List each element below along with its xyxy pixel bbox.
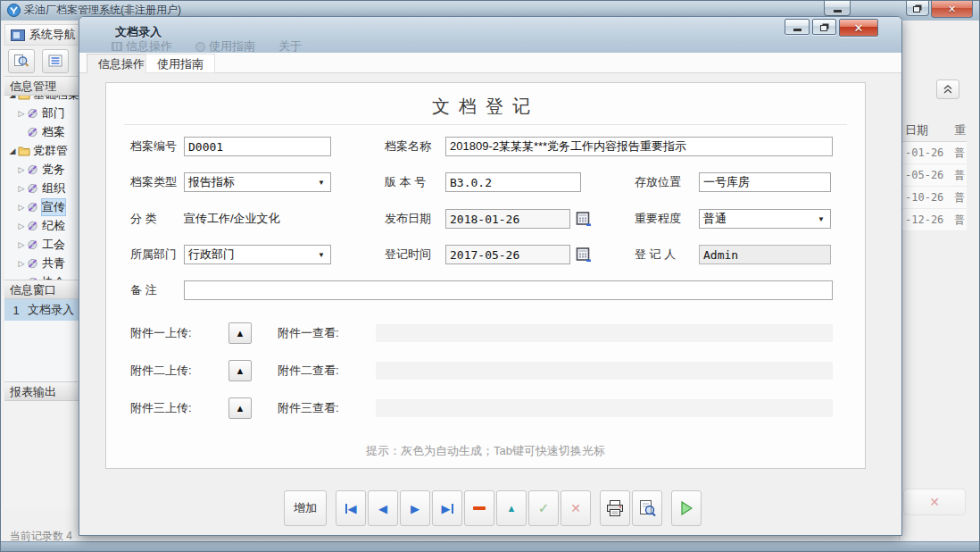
section-report-output[interactable]: 报表输出 <box>4 381 79 401</box>
close-icon: ✕ <box>854 21 864 35</box>
expand-arrow-icon[interactable]: ▷ <box>16 259 27 268</box>
attachment2-view-area[interactable] <box>376 362 833 380</box>
tree-item-party-group[interactable]: ◢ 党群管 <box>4 141 79 160</box>
first-record-button[interactable]: ◀ <box>336 490 366 526</box>
tree-item-dept[interactable]: ▷ 部门 <box>4 104 79 122</box>
table-row[interactable]: -05-26 普 <box>900 164 967 187</box>
search-button[interactable] <box>8 49 35 73</box>
attachment1-view-area[interactable] <box>376 324 833 342</box>
expand-arrow-icon[interactable]: ▷ <box>16 109 27 118</box>
tree-item-party-affairs[interactable]: ▷ 党务 <box>4 160 79 179</box>
attachment3-upload-button[interactable]: ▲ <box>228 397 252 419</box>
table-row[interactable]: -12-26 普 <box>900 209 967 231</box>
label-attachment1-upload: 附件一上传: <box>130 322 192 344</box>
main-minimize-button[interactable] <box>824 1 851 16</box>
system-nav-header[interactable]: 系统导航 <box>4 24 79 46</box>
main-restore-button[interactable] <box>906 1 929 16</box>
register-time-input[interactable] <box>445 245 570 264</box>
tree-item-publicity[interactable]: ▷ 宣传 <box>4 197 79 216</box>
grid-icon <box>112 42 122 51</box>
dialog-restore-button[interactable] <box>812 19 836 35</box>
last-record-button[interactable]: ▶ <box>432 490 462 526</box>
post-record-button[interactable]: ✓ <box>528 490 559 526</box>
tree-item-organization[interactable]: ▷ 组织 <box>4 179 79 197</box>
info-window-item-index: 1 <box>4 304 28 317</box>
label-register-time: 登记时间 <box>385 245 431 264</box>
archive-name-input[interactable] <box>445 137 833 156</box>
location-input[interactable] <box>699 172 831 192</box>
print-button[interactable] <box>600 490 630 526</box>
tree-item-label: 纪检 <box>42 218 65 234</box>
tree-item-base[interactable]: ◢ 基础档案 <box>4 96 79 104</box>
cell-date: -10-26 <box>900 187 954 208</box>
calendar-icon[interactable] <box>576 247 592 263</box>
info-window-list: 1 文档录入 <box>4 299 79 381</box>
section-info-window[interactable]: 信息窗口 <box>4 280 79 299</box>
cancel-record-button[interactable]: ✕ <box>561 490 591 526</box>
delete-record-button[interactable] <box>464 490 494 526</box>
column-header-date[interactable]: 日期 <box>900 119 954 141</box>
column-header-partial[interactable]: 重 <box>954 119 967 141</box>
importance-select[interactable]: 普通 ▼ <box>699 209 831 229</box>
tree-item-union[interactable]: ▷ 工会 <box>4 235 79 254</box>
remark-input[interactable] <box>184 280 833 300</box>
archive-no-input[interactable] <box>184 137 331 156</box>
chevron-down-icon: ▼ <box>316 179 327 187</box>
section-info-management[interactable]: 信息管理 <box>4 76 79 96</box>
tree-item-label: 档案 <box>42 124 65 140</box>
ghost-toolbar: 信息操作 使用指南 关于 <box>112 38 302 53</box>
expand-arrow-icon[interactable]: ▷ <box>16 240 27 249</box>
version-input[interactable] <box>445 172 581 192</box>
execute-button[interactable] <box>671 490 702 526</box>
info-window-item-doc-entry[interactable]: 1 文档录入 <box>4 299 79 321</box>
edit-record-button[interactable]: ▲ <box>496 490 527 526</box>
table-row[interactable]: -10-26 普 <box>900 187 967 209</box>
screen: 采油厂档案管理系统(非注册用户) ✕ 系统导航 信息管理 ◢ 基础档案 <box>0 0 980 552</box>
system-nav-label: 系统导航 <box>29 27 76 43</box>
upload-arrow-icon: ▲ <box>236 403 245 414</box>
tree-item-association[interactable]: ▷ 协会 <box>4 272 79 280</box>
expand-arrow-icon[interactable]: ◢ <box>7 146 18 155</box>
background-cancel-button[interactable]: ✕ <box>903 489 966 515</box>
dialog-close-button[interactable]: ✕ <box>839 19 878 37</box>
category-value: 宣传工作/企业文化 <box>184 209 280 229</box>
attachment2-upload-button[interactable]: ▲ <box>228 360 252 381</box>
close-icon: ✕ <box>948 4 956 15</box>
clock-icon <box>195 42 205 52</box>
tool-icon <box>27 183 40 194</box>
attachment1-upload-button[interactable]: ▲ <box>228 322 252 344</box>
dialog-minimize-button[interactable] <box>785 19 810 35</box>
expand-arrow-icon[interactable]: ▷ <box>16 203 27 212</box>
importance-value: 普通 <box>703 211 816 227</box>
expand-arrow-icon[interactable]: ▷ <box>16 222 27 230</box>
expand-arrow-icon[interactable]: ◢ <box>7 96 18 99</box>
attachment3-view-area[interactable] <box>376 399 833 417</box>
background-table: 日期 重 -01-26 普 -05-26 普 -10-26 普 -12-26 <box>900 119 967 231</box>
calendar-icon[interactable] <box>576 211 592 227</box>
tree-item-discipline[interactable]: ▷ 纪检 <box>4 216 79 235</box>
expand-arrow-icon[interactable]: ▷ <box>16 184 27 193</box>
archive-type-select[interactable]: 报告指标 ▼ <box>184 172 331 192</box>
next-record-button[interactable]: ▶ <box>400 490 430 526</box>
upload-arrow-icon: ▲ <box>236 365 245 376</box>
form-list-button[interactable] <box>42 49 69 73</box>
add-button[interactable]: 增加 <box>284 490 327 526</box>
tree-item-archive[interactable]: 档案 <box>4 122 79 141</box>
printer-icon <box>605 499 625 517</box>
label-attachment1-view: 附件一查看: <box>278 322 339 344</box>
minimize-icon <box>793 29 801 31</box>
tree-item-youth-league[interactable]: ▷ 共青 <box>4 254 79 272</box>
publish-date-input[interactable] <box>445 209 570 229</box>
collapse-panel-button[interactable] <box>936 79 959 99</box>
print-preview-button[interactable] <box>632 490 662 526</box>
x-icon: ✕ <box>570 501 581 515</box>
table-row[interactable]: -01-26 普 <box>900 142 967 164</box>
dialog-titlebar[interactable]: 文档录入 信息操作 使用指南 关于 ✕ <box>79 17 901 53</box>
expand-arrow-icon[interactable]: ▷ <box>16 278 27 280</box>
prior-record-button[interactable]: ◀ <box>368 490 398 526</box>
tab-user-guide[interactable]: 使用指南 <box>145 54 215 73</box>
department-value: 行政部门 <box>188 247 316 263</box>
expand-arrow-icon[interactable]: ▷ <box>16 165 27 174</box>
department-select[interactable]: 行政部门 ▼ <box>184 245 331 264</box>
main-close-button[interactable]: ✕ <box>931 1 973 18</box>
